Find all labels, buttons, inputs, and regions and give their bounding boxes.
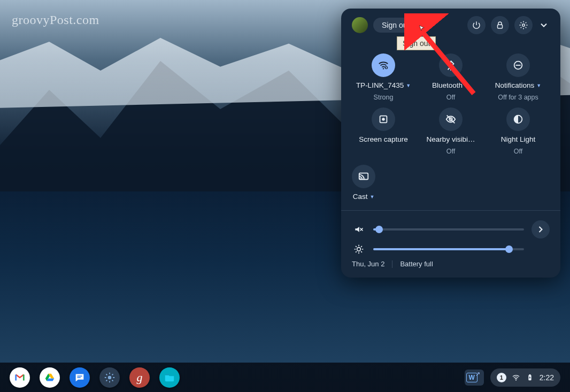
shelf-app-files[interactable] (159, 367, 180, 388)
wifi-toggle[interactable] (372, 53, 395, 77)
lock-button[interactable] (491, 16, 509, 34)
cast-button[interactable] (352, 165, 375, 188)
status-tray[interactable]: 1 2:22 (490, 368, 560, 387)
svg-point-19 (515, 379, 517, 380)
settings-button[interactable] (514, 16, 533, 34)
bluetooth-sub: Off (446, 94, 455, 101)
volume-mute-icon[interactable] (352, 224, 366, 235)
notifications-label[interactable]: Notifications▼ (495, 81, 541, 89)
battery-text: Battery full (400, 260, 433, 268)
gmail-icon (14, 372, 26, 383)
svg-point-14 (359, 178, 361, 180)
drive-icon (44, 372, 56, 383)
shelf-app-groovypost[interactable]: g (129, 367, 150, 388)
bluetooth-toggle[interactable] (439, 53, 463, 77)
wifi-icon (378, 59, 389, 71)
svg-point-17 (357, 248, 361, 251)
volume-row (352, 220, 550, 239)
footer-divider (392, 260, 392, 268)
date-text: Thu, Jun 2 (352, 260, 384, 268)
notifications-toggle[interactable] (506, 53, 530, 77)
panel-footer: Thu, Jun 2 Battery full (352, 260, 550, 268)
dnd-icon (512, 59, 524, 71)
power-icon (472, 20, 481, 30)
power-button[interactable] (467, 16, 486, 34)
messages-icon (74, 372, 86, 383)
svg-point-18 (108, 375, 111, 379)
cast-row: Cast▼ (352, 165, 550, 201)
gear-icon (104, 372, 115, 383)
lock-icon (495, 20, 505, 30)
collapse-button[interactable] (538, 20, 550, 30)
clock: 2:22 (540, 373, 554, 382)
night-light-icon (512, 113, 524, 125)
notification-count: 1 (497, 373, 506, 382)
night-light-label[interactable]: Night Light (501, 135, 536, 143)
visibility-off-icon (445, 113, 457, 125)
wifi-label[interactable]: TP-LINK_7435▼ (356, 81, 411, 89)
volume-slider[interactable] (373, 228, 524, 230)
wifi-icon (512, 373, 520, 382)
separator (341, 210, 560, 211)
brightness-row (352, 244, 550, 255)
panel-header: Sign out (352, 16, 550, 34)
desktop: groovyPost.com Sign out Sign out (0, 0, 570, 392)
chevron-down-icon (538, 20, 549, 30)
battery-icon (526, 373, 534, 382)
watermark-text: groovyPost.com (12, 13, 99, 27)
wifi-sub: Strong (374, 94, 394, 101)
shelf-app-drive[interactable] (40, 367, 60, 388)
shelf-right: W↗ 1 2:22 (465, 368, 560, 387)
screen-capture-label[interactable]: Screen capture (359, 135, 408, 144)
night-light-sub: Off (514, 148, 522, 155)
tile-night-light: Night Light Off (487, 107, 550, 155)
screen-capture-icon (378, 113, 389, 125)
tile-wifi: TP-LINK_7435▼ Strong (352, 53, 415, 101)
shelf-app-gmail[interactable] (10, 367, 30, 388)
shelf-app-settings[interactable] (99, 367, 120, 388)
tile-nearby: Nearby visibi… Off (419, 107, 482, 155)
sign-out-tooltip: Sign out (397, 36, 436, 50)
svg-point-2 (383, 68, 384, 69)
folder-icon (164, 372, 175, 383)
avatar[interactable] (352, 17, 368, 33)
screen-capture-button[interactable] (372, 107, 395, 131)
cast-icon (358, 171, 369, 182)
audio-output-button[interactable] (532, 220, 550, 239)
tile-cast: Cast▼ (352, 165, 375, 201)
nearby-sub: Off (446, 148, 455, 155)
svg-rect-0 (498, 25, 503, 28)
notifications-sub: Off for 3 apps (498, 94, 538, 101)
brightness-slider[interactable] (373, 248, 524, 250)
gear-icon (519, 20, 528, 30)
svg-rect-4 (386, 67, 387, 68)
tile-bluetooth: Bluetooth▼ Off (419, 53, 482, 101)
night-light-toggle[interactable] (506, 107, 530, 131)
quick-tiles: TP-LINK_7435▼ Strong Bluetooth▼ Off Noti… (352, 53, 550, 155)
shelf: g W↗ 1 2:22 (0, 363, 570, 392)
svg-point-1 (522, 24, 525, 27)
bluetooth-label[interactable]: Bluetooth▼ (432, 81, 469, 89)
nearby-label[interactable]: Nearby visibi… (427, 135, 475, 143)
brightness-icon[interactable] (352, 244, 366, 255)
shelf-pinned-word[interactable]: W↗ (465, 370, 484, 386)
tile-screen-capture: Screen capture (352, 107, 415, 155)
quick-settings-panel: Sign out Sign out TP-LINK_7435▼ (341, 9, 560, 278)
sign-out-button[interactable]: Sign out (373, 18, 418, 33)
mouse-cursor-icon (418, 25, 426, 32)
cast-label[interactable]: Cast▼ (353, 193, 375, 201)
chevron-right-icon (535, 224, 546, 235)
svg-rect-21 (529, 374, 530, 375)
tile-notifications: Notifications▼ Off for 3 apps (487, 53, 550, 101)
shelf-app-messages[interactable] (70, 367, 90, 388)
bluetooth-off-icon (445, 59, 457, 71)
nearby-toggle[interactable] (439, 107, 463, 131)
svg-point-9 (382, 118, 385, 121)
